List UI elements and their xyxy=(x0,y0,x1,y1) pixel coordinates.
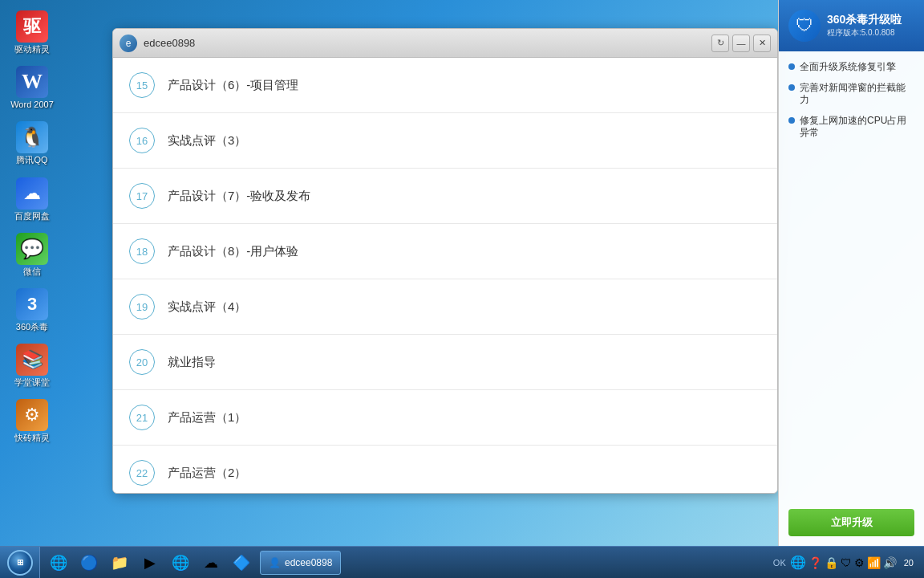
list-container: 15 产品设计（6）-项目管理 16 实战点评（3） 17 产品设计（7）-验收… xyxy=(113,58,777,493)
panel-item-text: 完善对新闻弹窗的拦截能力 xyxy=(800,82,914,107)
list-text: 产品设计（7）-验收及发布 xyxy=(168,189,310,204)
desktop-icon-driver-elf[interactable]: 驱 驱动精灵 xyxy=(4,8,60,57)
window-titlebar: e edcee0898 ↻ — ✕ xyxy=(113,29,777,58)
taskbar-clock: 20 xyxy=(900,558,918,568)
desktop-icon-kuaizhuan[interactable]: ⚙ 快砖精灵 xyxy=(4,397,60,446)
xuetang-icon: 📚 xyxy=(16,344,48,376)
window-content[interactable]: 15 产品设计（6）-项目管理 16 实战点评（3） 17 产品设计（7）-验收… xyxy=(113,58,777,493)
avatar-letter: e xyxy=(126,38,132,49)
start-button[interactable]: ⊞ xyxy=(0,547,40,578)
desktop: 驱 驱动精灵 W Word 2007 🐧 腾讯QQ ☁ 百度网盘 xyxy=(0,0,924,578)
tray-sec1[interactable]: 🔒 xyxy=(825,556,838,569)
taskbar-active-window[interactable]: 👤 edcee0898 xyxy=(260,551,341,575)
sys-tray: OK 🌐 ❓ 🔒 🛡 ⚙ 📶 🔊 xyxy=(772,555,897,570)
refresh-button[interactable]: ↻ xyxy=(711,35,729,52)
baidu-label: 百度网盘 xyxy=(14,211,50,222)
panel-360-items: 全面升级系统修复引擎 完善对新闻弹窗的拦截能力 修复上网加速的CPU占用异常 xyxy=(779,51,924,509)
list-number: 21 xyxy=(129,405,155,430)
wechat-label: 微信 xyxy=(23,267,41,277)
baidu-icon: ☁ xyxy=(16,177,48,210)
close-button[interactable]: ✕ xyxy=(753,35,771,52)
active-app-icon: 👤 xyxy=(269,557,281,568)
list-item[interactable]: 20 就业指导 xyxy=(113,335,777,390)
taskbar-right: OK 🌐 ❓ 🔒 🛡 ⚙ 📶 🔊 20 xyxy=(765,555,924,570)
panel-360-info: 360杀毒升级啦 程序版本:5.0.0.808 xyxy=(827,13,902,39)
list-item[interactable]: 17 产品设计（7）-验收及发布 xyxy=(113,169,777,224)
driver-elf-label: 驱动精灵 xyxy=(14,44,50,55)
desktop-icon-wechat[interactable]: 💬 微信 xyxy=(4,230,60,279)
taskbar-folder[interactable]: 📁 xyxy=(105,548,134,577)
list-text: 实战点评（3） xyxy=(168,133,246,149)
panel-item-text: 全面升级系统修复引擎 xyxy=(800,61,896,74)
shield-icon: 🛡 xyxy=(788,10,821,42)
list-text: 产品运营（1） xyxy=(168,410,246,425)
panel-360-version: 程序版本:5.0.0.808 xyxy=(827,27,902,39)
taskbar-media[interactable]: ▶ xyxy=(136,548,164,577)
tray-sec2[interactable]: 🛡 xyxy=(841,556,852,569)
start-orb: ⊞ xyxy=(7,550,33,576)
minimize-button[interactable]: — xyxy=(732,35,750,52)
desktop-icon-qq[interactable]: 🐧 腾讯QQ xyxy=(4,119,60,168)
taskbar-cloud[interactable]: ☁ xyxy=(197,548,225,577)
list-item[interactable]: 21 产品运营（1） xyxy=(113,390,777,446)
taskbar-ie2[interactable]: 🔵 xyxy=(75,548,103,577)
list-item[interactable]: 22 产品运营（2） xyxy=(113,446,777,493)
qq-label: 腾讯QQ xyxy=(16,155,47,165)
clock-time: 20 xyxy=(904,558,914,568)
list-number: 18 xyxy=(129,238,155,264)
window-avatar: e xyxy=(120,35,137,52)
list-text: 就业指导 xyxy=(168,355,216,370)
tray-sec3[interactable]: ⚙ xyxy=(854,556,865,569)
panel-360-header: 🛡 360杀毒升级啦 程序版本:5.0.0.808 xyxy=(779,0,924,51)
tray-ok[interactable]: OK xyxy=(772,558,788,568)
qq-icon: 🐧 xyxy=(16,121,48,153)
bullet-icon xyxy=(788,63,795,70)
list-text: 产品运营（2） xyxy=(168,466,246,481)
word-label: Word 2007 xyxy=(10,100,54,110)
list-item[interactable]: 15 产品设计（6）-项目管理 xyxy=(113,58,777,113)
list-number: 20 xyxy=(129,349,155,375)
desktop-icon-xuetang[interactable]: 📚 学堂课堂 xyxy=(4,341,60,390)
tray-help[interactable]: ❓ xyxy=(808,556,822,569)
list-number: 17 xyxy=(129,183,155,209)
start-label: ⊞ xyxy=(17,558,23,567)
taskbar-app[interactable]: 🔷 xyxy=(227,548,256,577)
list-item[interactable]: 19 实战点评（4） xyxy=(113,279,777,335)
list-item[interactable]: 16 实战点评（3） xyxy=(113,113,777,169)
taskbar-browser[interactable]: 🌐 xyxy=(166,548,195,577)
bullet-icon xyxy=(788,84,795,91)
list-number: 16 xyxy=(129,128,155,153)
list-text: 实战点评（4） xyxy=(168,299,246,315)
tray-ie[interactable]: 🌐 xyxy=(790,555,806,570)
list-item[interactable]: 18 产品设计（8）-用户体验 xyxy=(113,224,777,279)
desktop-icon-word[interactable]: W Word 2007 xyxy=(4,63,60,112)
360-label: 360杀毒 xyxy=(16,322,48,332)
upgrade-button[interactable]: 立即升级 xyxy=(788,509,914,536)
desktop-icon-baidu[interactable]: ☁ 百度网盘 xyxy=(4,175,60,224)
driver-elf-icon: 驱 xyxy=(16,10,48,43)
desktop-icons: 驱 驱动精灵 W Word 2007 🐧 腾讯QQ ☁ 百度网盘 xyxy=(0,0,64,546)
taskbar: ⊞ 🌐 🔵 📁 ▶ 🌐 ☁ 🔷 👤 edcee0898 OK 🌐 ❓ 🔒 🛡 ⚙ xyxy=(0,546,924,578)
panel-360-item: 修复上网加速的CPU占用异常 xyxy=(788,115,914,140)
active-app-label: edcee0898 xyxy=(285,557,332,568)
xuetang-label: 学堂课堂 xyxy=(14,377,50,388)
list-number: 22 xyxy=(129,460,155,486)
word-icon: W xyxy=(16,66,48,98)
panel-360-title: 360杀毒升级啦 xyxy=(827,13,902,26)
360-icon: 3 xyxy=(16,288,48,320)
list-number: 19 xyxy=(129,294,155,320)
bullet-icon xyxy=(788,117,795,124)
panel-360: 🛡 360杀毒升级啦 程序版本:5.0.0.808 全面升级系统修复引擎 完善对… xyxy=(778,0,924,546)
taskbar-ie[interactable]: 🌐 xyxy=(44,548,73,577)
tray-net[interactable]: 📶 xyxy=(867,556,881,569)
panel-item-text: 修复上网加速的CPU占用异常 xyxy=(800,115,914,140)
tray-vol[interactable]: 🔊 xyxy=(883,556,897,569)
kuaizhuan-icon: ⚙ xyxy=(16,399,48,431)
kuaizhuan-label: 快砖精灵 xyxy=(14,433,50,443)
taskbar-quick-launch: 🌐 🔵 📁 ▶ 🌐 ☁ 🔷 xyxy=(40,548,260,577)
desktop-icon-360[interactable]: 3 360杀毒 xyxy=(4,286,60,335)
panel-360-item: 全面升级系统修复引擎 xyxy=(788,61,914,74)
panel-360-item: 完善对新闻弹窗的拦截能力 xyxy=(788,82,914,107)
list-number: 15 xyxy=(129,72,155,98)
window-controls: ↻ — ✕ xyxy=(711,35,771,52)
